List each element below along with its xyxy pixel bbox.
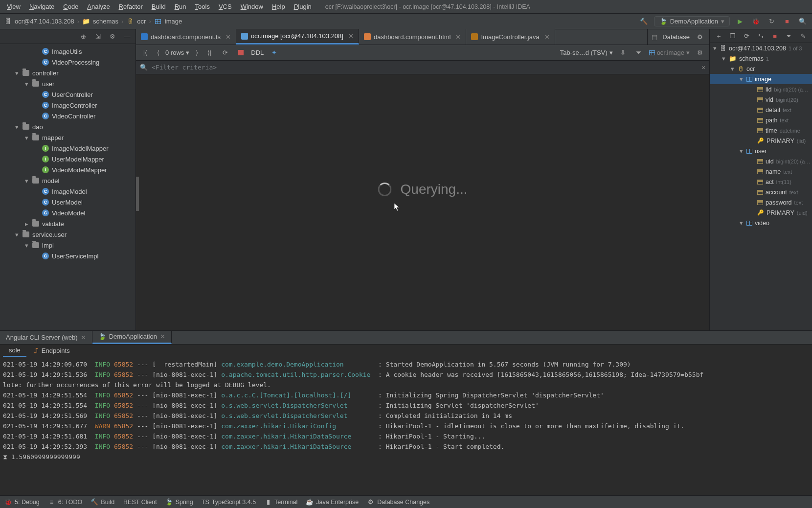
sql-insert-icon[interactable]: ✦	[269, 47, 279, 58]
tree-class[interactable]: CUserModel	[0, 197, 135, 208]
hide-icon[interactable]: —	[122, 31, 133, 42]
refresh-icon[interactable]: ⟳	[220, 47, 230, 58]
tree-twisty-icon[interactable]: ▾	[738, 147, 744, 155]
tree-class[interactable]: CVideoController	[0, 111, 135, 121]
view-mode-selector[interactable]: Tab-se…d (TSV) ▾	[560, 49, 613, 56]
db-key[interactable]: 🔑PRIMARY (uid)	[710, 208, 812, 218]
status-item[interactable]: 🔨Build	[91, 499, 114, 506]
menu-vcs[interactable]: VCS	[215, 1, 236, 12]
run-config-selector[interactable]: 🍃 DemoApplication ▾	[654, 16, 730, 26]
show-tabs-icon[interactable]: ▤	[652, 33, 657, 41]
tree-package[interactable]: ▾model	[0, 175, 135, 186]
export-icon[interactable]: ⇩	[618, 47, 629, 58]
menu-build[interactable]: Build	[148, 1, 170, 12]
db-key[interactable]: 🔑PRIMARY (iid)	[710, 136, 812, 146]
tree-class[interactable]: CImageController	[0, 100, 135, 111]
tree-class[interactable]: CVideoModel	[0, 208, 135, 218]
status-item[interactable]: ☕Java Enterprise	[306, 499, 359, 506]
search-icon[interactable]: 🔍	[797, 16, 808, 27]
menu-tools[interactable]: Tools	[191, 1, 214, 12]
gear-icon[interactable]: ⚙	[695, 31, 705, 42]
menu-help[interactable]: Help	[268, 1, 289, 12]
breadcrumb-table[interactable]: image	[165, 18, 182, 25]
editor-tab[interactable]: dashboard.component.html✕	[359, 29, 467, 45]
stop-icon[interactable]: ■	[770, 31, 780, 42]
db-column[interactable]: path text	[710, 115, 812, 125]
database-panel-title[interactable]: Database	[662, 33, 690, 41]
tree-twisty-icon[interactable]: ▾	[729, 65, 735, 72]
collapse-icon[interactable]: ⇲	[92, 31, 103, 42]
db-schema[interactable]: ▾🛢ocr	[710, 64, 812, 74]
scroll-gutter[interactable]	[136, 177, 139, 211]
tree-package[interactable]: ▾user	[0, 78, 135, 89]
sync-icon[interactable]: ⇆	[756, 31, 766, 42]
tree-twisty-icon[interactable]: ▾	[23, 177, 29, 185]
menu-code[interactable]: Code	[59, 1, 82, 12]
editor-tab[interactable]: ImageController.java✕	[466, 29, 555, 45]
tree-class[interactable]: IImageModelMapper	[0, 143, 135, 154]
settings-icon[interactable]: ⚙	[695, 47, 705, 58]
run-tab[interactable]: Angular CLI Server (web)✕	[0, 330, 92, 344]
add-icon[interactable]: ＋	[714, 31, 724, 42]
db-column[interactable]: uid bigint(20) (a…	[710, 156, 812, 166]
tree-class[interactable]: CVideoProcessing	[0, 57, 135, 68]
close-tab-icon[interactable]: ✕	[544, 33, 550, 41]
tree-twisty-icon[interactable]: ▾	[23, 242, 29, 249]
db-column[interactable]: account text	[710, 187, 812, 197]
menu-run[interactable]: Run	[171, 1, 190, 12]
status-item[interactable]: REST Client	[123, 499, 157, 506]
clear-filter-icon[interactable]: ✕	[701, 64, 705, 71]
tree-twisty-icon[interactable]: ▾	[738, 219, 744, 227]
breadcrumb-schema[interactable]: schemas	[93, 18, 118, 25]
tree-twisty-icon[interactable]: ▾	[14, 231, 20, 238]
status-item[interactable]: 🍃Spring	[166, 499, 193, 506]
breadcrumb-db[interactable]: ocr	[137, 18, 146, 25]
close-tab-icon[interactable]: ✕	[160, 333, 165, 340]
stop-query-button[interactable]	[235, 47, 246, 58]
datasource-selector[interactable]: ocr.image ▾	[649, 49, 690, 56]
tree-package[interactable]: ▾mapper	[0, 132, 135, 143]
status-item[interactable]: ▮Terminal	[265, 499, 297, 506]
db-datasource[interactable]: ▾🗄ocr@47.104.103.208 1 of 3	[710, 43, 812, 53]
last-page-icon[interactable]: ⟩|	[204, 47, 215, 58]
status-item[interactable]: 🐞5: Debug	[5, 499, 40, 506]
db-column[interactable]: time datetime	[710, 125, 812, 136]
menu-navigate[interactable]: Navigate	[25, 1, 58, 12]
build-icon[interactable]: 🔨	[638, 16, 649, 27]
debug-button[interactable]: 🐞	[750, 16, 761, 27]
tree-package[interactable]: ▾service.user	[0, 229, 135, 240]
status-item[interactable]: TSTypeScript 3.4.5	[202, 499, 256, 506]
database-tree[interactable]: ▾🗄ocr@47.104.103.208 1 of 3▾📁schemas 1▾🛢…	[710, 43, 812, 330]
close-tab-icon[interactable]: ✕	[455, 33, 461, 41]
console-output[interactable]: 021-05-19 14:29:09.670 INFO 65852 --- [ …	[0, 357, 812, 495]
run-tab[interactable]: 🍃DemoApplication✕	[92, 330, 172, 344]
tree-twisty-icon[interactable]: ▾	[14, 69, 20, 77]
db-column[interactable]: detail text	[710, 105, 812, 115]
tree-package[interactable]: ▾controller	[0, 68, 135, 78]
menu-window[interactable]: Window	[237, 1, 267, 12]
tree-twisty-icon[interactable]: ▸	[23, 220, 29, 228]
tree-class[interactable]: IVideoModelMapper	[0, 164, 135, 175]
editor-tab[interactable]: ocr.image [ocr@47.104.103.208]✕	[236, 29, 359, 45]
tree-twisty-icon[interactable]: ▾	[23, 80, 29, 88]
db-column[interactable]: name text	[710, 166, 812, 177]
editor-tab[interactable]: dashboard.component.ts✕	[136, 29, 236, 45]
menu-analyze[interactable]: Analyze	[83, 1, 113, 12]
tree-twisty-icon[interactable]: ▾	[738, 75, 744, 83]
project-tree[interactable]: CImageUtilsCVideoProcessing▾controller▾u…	[0, 44, 135, 330]
close-tab-icon[interactable]: ✕	[348, 32, 354, 40]
tree-package[interactable]: ▸validate	[0, 218, 135, 229]
close-tab-icon[interactable]: ✕	[81, 334, 86, 341]
duplicate-icon[interactable]: ❐	[728, 31, 738, 42]
status-item[interactable]: ⚙Database Changes	[367, 499, 429, 506]
row-count-selector[interactable]: 0 rows ▾	[165, 49, 189, 56]
first-page-icon[interactable]: |⟨	[140, 47, 151, 58]
db-column[interactable]: iid bigint(20) (a…	[710, 84, 812, 94]
prev-page-icon[interactable]: ⟨	[153, 47, 163, 58]
filter-icon[interactable]: ⏷	[633, 47, 644, 58]
tree-package[interactable]: ▾dao	[0, 121, 135, 132]
tree-twisty-icon[interactable]: ▾	[14, 123, 20, 131]
filter-row[interactable]: 🔍 <Filter criteria> ✕	[136, 61, 709, 74]
tree-class[interactable]: CImageUtils	[0, 46, 135, 57]
rerun-button[interactable]: ↻	[766, 16, 777, 27]
